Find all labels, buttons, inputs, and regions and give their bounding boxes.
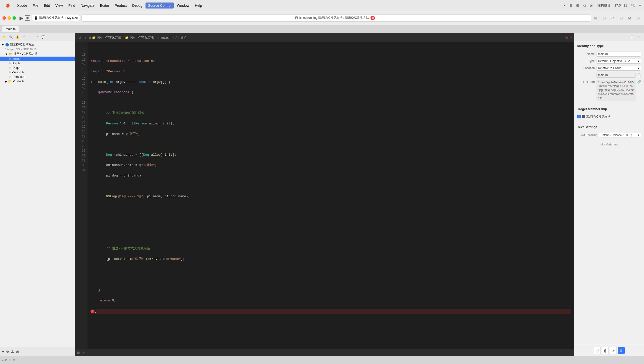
layout-icon-4[interactable]: ⊟	[618, 15, 624, 21]
breadcrumb-project[interactable]: 📁 演示KVC常见方法	[92, 35, 121, 40]
layout-icon-3[interactable]: ↩	[610, 15, 616, 21]
breadcrumb-error-icon: ⊗	[565, 36, 568, 40]
encoding-dropdown-icon: ▾	[638, 133, 639, 137]
tree-file-dog-h[interactable]: h Dog.h	[0, 61, 75, 66]
menu-product[interactable]: Product	[112, 3, 129, 9]
nav-back-icon[interactable]: ◁	[77, 36, 82, 40]
menu-source-control[interactable]: Source Control	[146, 3, 174, 9]
code-content[interactable]: #import <Foundation/Foundation.h> #impor…	[88, 42, 574, 349]
insp-doc-icon[interactable]: 📄	[594, 347, 601, 354]
breadcrumb-file-icon: m	[158, 36, 160, 39]
menu-help[interactable]: Help	[192, 3, 204, 9]
apple-menu[interactable]: 🍎	[3, 3, 12, 9]
menu-editor[interactable]: Editor	[98, 3, 112, 9]
editor-grid-icon[interactable]: ⊞	[77, 351, 80, 354]
minimize-button[interactable]	[8, 16, 11, 20]
menu-find[interactable]: Find	[66, 3, 78, 9]
scheme-selector[interactable]: 📱 演示KVC常见方法 | My Mac	[32, 15, 80, 21]
menu-debug[interactable]: Debug	[130, 3, 145, 9]
breadcrumb-sep-1: ›	[122, 36, 124, 39]
full-path-link-icon[interactable]: 🔗	[637, 80, 641, 84]
type-value[interactable]: Default - Objective-C So... ▾	[596, 59, 641, 64]
menu-xcode[interactable]: Xcode	[15, 3, 30, 9]
menu-window[interactable]: Window	[174, 3, 192, 9]
name-value[interactable]: main.m	[596, 52, 641, 57]
sidebar-search-icon[interactable]: 🔍	[8, 34, 14, 40]
toolbar-right: ⊞ ⊡ ↩ ⊟ ⊠ ⊡	[592, 15, 642, 21]
insp-grid-icon[interactable]: ⊟	[618, 347, 625, 354]
tree-file-dog-m[interactable]: m Dog.m	[0, 66, 75, 70]
menubar-cast-icon[interactable]: ⊡	[576, 4, 579, 7]
bottombar-warning-icon[interactable]: ⚠	[9, 358, 11, 362]
menubar-ime: 搜狗拼音	[598, 3, 610, 8]
menu-file[interactable]: File	[30, 3, 41, 9]
layout-icon-2[interactable]: ⊡	[601, 15, 608, 21]
sidebar-folder-icon[interactable]: 📁	[2, 34, 7, 40]
maximize-button[interactable]	[12, 16, 16, 20]
scheme-separator: |	[65, 16, 66, 20]
bottombar-add-icon[interactable]: +	[2, 359, 4, 362]
breadcrumb-func[interactable]: ƒ main()	[175, 36, 186, 39]
menubar-search-icon[interactable]: 🔍	[631, 4, 635, 7]
breadcrumb-group-name: 演示KVC常见方法	[130, 35, 154, 40]
scheme-icon: 📱	[34, 16, 38, 20]
tree-file-person-h[interactable]: h Person.h	[0, 70, 75, 75]
sidebar-comment-icon[interactable]: 💬	[40, 34, 46, 40]
breadcrumb-group[interactable]: 📁 演示KVC常见方法	[125, 35, 154, 40]
breadcrumb-sep-3: ›	[173, 36, 174, 39]
insp-braces-icon[interactable]: {}	[602, 347, 609, 354]
layout-icon-6[interactable]: ⊡	[635, 15, 642, 21]
editor-circle-icon[interactable]: ◎	[82, 351, 84, 354]
menubar-plus-icon[interactable]: +	[564, 4, 566, 7]
sidebar-add-button[interactable]: +	[2, 349, 4, 354]
tab-main-m[interactable]: main.m	[2, 26, 19, 32]
stop-button[interactable]: ■	[25, 15, 30, 21]
bottombar: + ⊙ ⚠ ◎	[0, 356, 644, 364]
file-name-person-m: Person.m	[12, 75, 25, 79]
text-encoding-value[interactable]: Default - Unicode (UTF-8) ▾	[599, 133, 641, 137]
layout-icon-5[interactable]: ⊠	[626, 15, 633, 21]
inspector-help-icon[interactable]: ?	[636, 34, 642, 40]
layout-icon-1[interactable]: ⊞	[592, 15, 599, 21]
products-expand-icon: ▶	[5, 80, 7, 83]
tree-group[interactable]: ▼ 📂 演示KVC常见方法	[0, 51, 75, 57]
menubar-volume-icon[interactable]: 🔊	[590, 4, 594, 7]
sidebar-list-icon[interactable]: ☰	[28, 34, 33, 40]
sidebar-branch-icon[interactable]: ⑂	[21, 34, 26, 40]
breadcrumb-right-nav[interactable]: ▷	[570, 36, 572, 40]
code-area[interactable]: 8 9 10 11 12 13 14 15 16 17 18 19 20 21 …	[75, 42, 574, 349]
breadcrumb-separator-icon: ⊞	[88, 36, 91, 39]
sidebar-warning-icon[interactable]: ⚠️	[14, 34, 20, 40]
location-field-row: Location Relative to Group ▾	[577, 66, 641, 71]
insp-circle-icon[interactable]: ◎	[610, 347, 617, 354]
sidebar-warn-icon[interactable]: ⚠	[11, 350, 14, 353]
run-button[interactable]: ▶	[20, 15, 23, 21]
close-button[interactable]	[2, 16, 6, 20]
inspector-bottom-icons: 📄 {} ◎ ⊟	[574, 345, 644, 356]
location-value[interactable]: Relative to Group ▾	[596, 66, 641, 71]
tree-products[interactable]: ▶ 📁 Products	[0, 79, 75, 84]
sidebar-history-icon[interactable]: ⊙	[6, 350, 9, 353]
menubar-display-icon[interactable]: ⊞	[570, 4, 572, 7]
menubar-back-icon[interactable]: ◁	[583, 4, 586, 7]
target-checkbox[interactable]: ✓	[577, 115, 581, 118]
menubar-list-icon[interactable]: ≡	[639, 4, 641, 7]
breadcrumb-func-icon: ƒ	[175, 36, 177, 39]
divider-2	[577, 122, 641, 122]
bottombar-filter-icon[interactable]: ◎	[13, 358, 15, 362]
menu-edit[interactable]: Edit	[41, 3, 52, 9]
bottombar-history-icon[interactable]: ⊙	[5, 358, 7, 362]
file-tree: ▼ 🔵 演示KVC常见方法 1 target, OS X SDK 10.10 ▼…	[0, 41, 75, 347]
tree-file-main-m[interactable]: m main.m	[0, 57, 75, 61]
menu-view[interactable]: View	[53, 3, 65, 9]
toolbar: ▶ ■ 📱 演示KVC常见方法 | My Mac Finished runnin…	[0, 11, 644, 25]
tree-file-person-m[interactable]: m Person.m	[0, 75, 75, 79]
sidebar-back-icon[interactable]: ↩	[34, 34, 40, 40]
menu-navigate[interactable]: Navigate	[78, 3, 97, 9]
type-label: Type	[577, 59, 595, 63]
breadcrumb-file[interactable]: m main.m	[158, 36, 171, 39]
nav-forward-icon[interactable]: ▷	[83, 36, 88, 40]
tree-project[interactable]: ▼ 🔵 演示KVC常见方法	[0, 42, 75, 47]
inspector-file-icon[interactable]: 📄	[630, 34, 635, 40]
sidebar-filter-icon[interactable]: ◎	[16, 350, 19, 353]
